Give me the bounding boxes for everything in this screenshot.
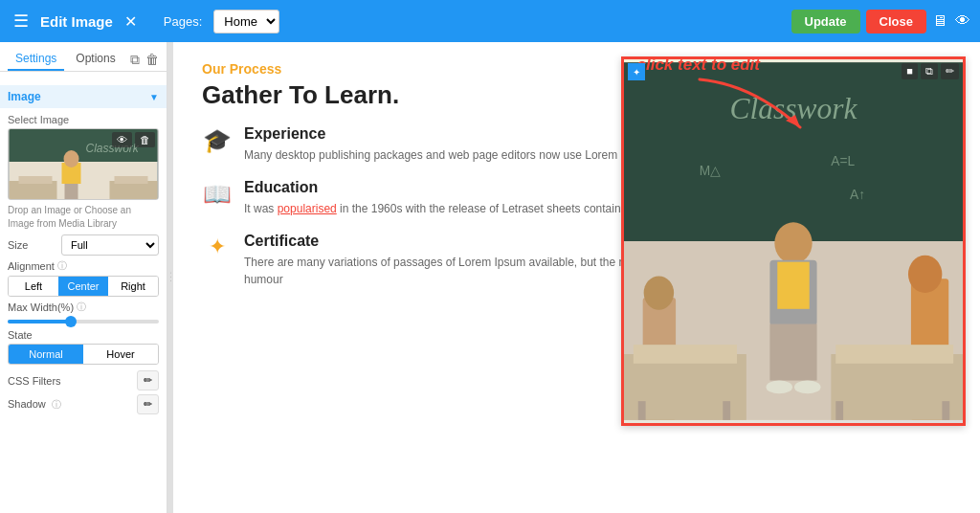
monitor-icon[interactable]: 🖥 — [932, 12, 947, 30]
image-section-label: Image — [8, 90, 41, 103]
copy-icon[interactable]: ⧉ — [130, 52, 140, 68]
left-panel: Settings Options ⧉ 🗑 Image ▼ Select Imag… — [0, 42, 167, 513]
alignment-label: Alignment ⓘ — [8, 259, 159, 273]
tab-settings[interactable]: Settings — [8, 48, 64, 71]
alignment-buttons: Left Center Right — [8, 276, 159, 297]
shadow-label: Shadow ⓘ — [8, 398, 61, 412]
state-label: State — [8, 329, 159, 341]
tab-options[interactable]: Options — [68, 48, 122, 71]
pages-select[interactable]: Home — [213, 10, 279, 33]
experience-icon: 🎓 — [202, 127, 233, 164]
click-hint-area: click text to edit — [637, 56, 760, 75]
image-section-header[interactable]: Image ▼ — [0, 85, 167, 108]
preview-eye-icon[interactable]: 👁 — [112, 132, 132, 147]
svg-rect-29 — [634, 345, 737, 364]
svg-rect-32 — [638, 401, 646, 420]
svg-rect-21 — [769, 324, 816, 381]
panel-body: Image ▼ Select Image 👁 🗑 Classwork — [0, 72, 167, 513]
svg-text:A↑: A↑ — [850, 188, 865, 202]
svg-text:M△: M△ — [700, 164, 721, 178]
menu-icon[interactable]: ☰ — [10, 7, 33, 35]
svg-rect-31 — [835, 345, 953, 364]
pages-label: Pages: — [164, 14, 202, 29]
image-tool-copy-icon[interactable]: ⧉ — [921, 63, 938, 79]
svg-point-27 — [908, 256, 942, 293]
max-width-slider[interactable] — [8, 320, 159, 323]
size-select[interactable]: Full — [61, 234, 159, 256]
image-preview[interactable]: 👁 🗑 Classwork — [8, 128, 159, 200]
state-normal-button[interactable]: Normal — [9, 345, 83, 364]
svg-rect-34 — [835, 401, 843, 420]
main-layout: Settings Options ⧉ 🗑 Image ▼ Select Imag… — [0, 42, 980, 513]
app-title: Edit Image — [40, 13, 113, 30]
close-button[interactable]: Close — [866, 10, 926, 33]
size-label: Size — [8, 239, 56, 251]
title-close-icon[interactable]: ✕ — [124, 12, 137, 31]
size-row: Size Full — [8, 234, 159, 256]
select-image-label: Select Image — [8, 114, 159, 125]
svg-rect-33 — [723, 401, 730, 420]
svg-rect-9 — [115, 176, 148, 184]
top-bar-right: Update Close 🖥 👁 — [791, 10, 970, 33]
panel-tabs: Settings Options ⧉ 🗑 — [0, 42, 167, 72]
alignment-info-icon: ⓘ — [57, 259, 67, 273]
image-tool-square-icon[interactable]: ■ — [902, 63, 918, 79]
slider-thumb[interactable] — [65, 316, 77, 327]
image-panel-corner-icon: ✦ — [628, 63, 645, 80]
main-content: click text to edit Our Process Gather To… — [173, 42, 980, 513]
svg-point-18 — [774, 222, 812, 263]
slider-fill — [8, 320, 68, 323]
svg-point-23 — [794, 381, 821, 394]
state-buttons: Normal Hover — [8, 344, 159, 365]
svg-point-25 — [644, 276, 674, 309]
state-hover-button[interactable]: Hover — [83, 345, 158, 364]
certificate-icon: ✦ — [202, 234, 233, 288]
shadow-edit-button[interactable]: ✏ — [137, 394, 159, 414]
svg-point-22 — [766, 381, 792, 394]
click-hint-text: click text to edit — [637, 56, 760, 74]
top-bar: ☰ Edit Image ✕ Pages: Home Update Close … — [0, 0, 980, 42]
image-panel-toolbar: ■ ⧉ ✏ — [902, 63, 959, 79]
align-right-button[interactable]: Right — [108, 277, 158, 296]
css-filters-row: CSS Filters ✏ — [8, 370, 159, 390]
svg-rect-35 — [942, 401, 949, 420]
shadow-info-icon: ⓘ — [52, 399, 61, 410]
eye-icon[interactable]: 👁 — [955, 12, 970, 30]
svg-rect-8 — [19, 176, 53, 184]
shadow-row: Shadow ⓘ ✏ — [8, 394, 159, 414]
education-icon: 📖 — [202, 181, 233, 217]
css-filters-label: CSS Filters — [8, 375, 61, 387]
svg-point-4 — [64, 150, 79, 167]
drop-text: Drop an Image or Choose an Image from Me… — [8, 204, 159, 231]
update-button[interactable]: Update — [791, 10, 860, 33]
max-width-info-icon: ⓘ — [77, 301, 86, 314]
top-bar-icons: 🖥 👁 — [932, 12, 970, 30]
svg-text:A=L: A=L — [831, 154, 855, 168]
align-center-button[interactable]: Center — [58, 277, 108, 296]
click-hint-arrow — [695, 75, 810, 142]
svg-rect-5 — [65, 184, 78, 200]
max-width-label: Max Width(%) ⓘ — [8, 301, 159, 314]
panel-tab-icons: ⧉ 🗑 — [130, 52, 159, 68]
trash-icon[interactable]: 🗑 — [145, 52, 159, 68]
preview-trash-icon[interactable]: 🗑 — [135, 132, 155, 147]
section-arrow-icon: ▼ — [149, 92, 159, 102]
svg-rect-20 — [777, 262, 809, 309]
align-left-button[interactable]: Left — [9, 277, 58, 296]
css-filters-edit-button[interactable]: ✏ — [137, 370, 159, 390]
image-tool-edit-icon[interactable]: ✏ — [941, 63, 959, 79]
